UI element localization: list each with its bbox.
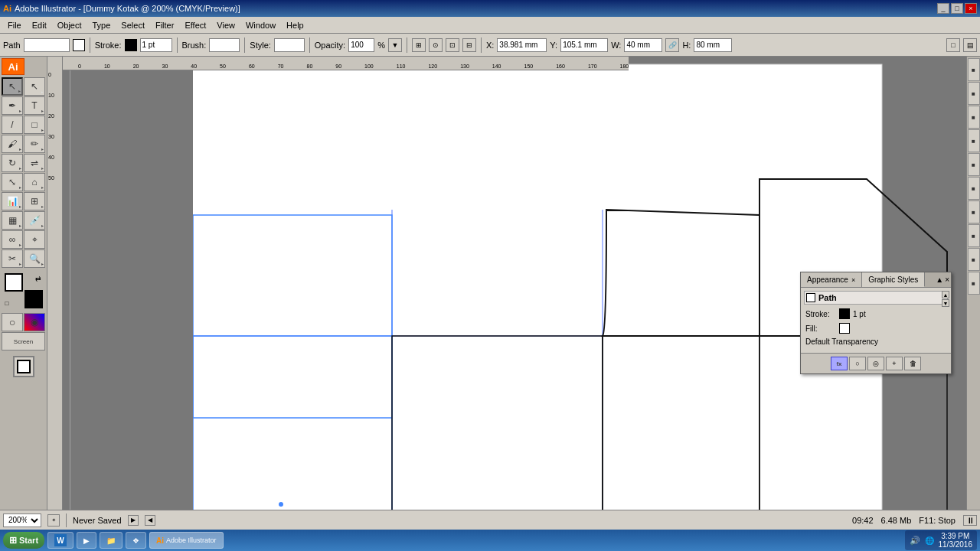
close-button[interactable]: × — [965, 3, 977, 14]
menu-effect[interactable]: Effect — [180, 19, 211, 31]
tab-graphic-styles[interactable]: Graphic Styles — [862, 272, 925, 287]
menu-help[interactable]: Help — [282, 19, 309, 31]
type-tool[interactable]: T▸ — [24, 96, 45, 115]
menu-filter[interactable]: Filter — [151, 19, 178, 31]
shape-tool[interactable]: ⌂▸ — [24, 173, 45, 191]
none-btn[interactable]: ○ — [2, 313, 23, 331]
right-icon-2[interactable]: ■ — [968, 82, 980, 105]
graph-tool[interactable]: 📊▸ — [2, 192, 23, 210]
panel-btn-circle1[interactable]: ○ — [849, 357, 866, 370]
panel-btn-add[interactable]: + — [886, 357, 903, 370]
right-icon-3[interactable]: ■ — [968, 106, 980, 129]
opacity-btn[interactable]: ▼ — [388, 38, 402, 52]
rect-tool[interactable]: □▸ — [24, 116, 45, 134]
zoom-fit-btn[interactable]: ⌖ — [47, 514, 60, 527]
y-input[interactable] — [560, 38, 608, 52]
fill-box[interactable] — [5, 273, 23, 292]
right-icon-7[interactable]: ■ — [968, 201, 980, 223]
stroke-color-box[interactable] — [125, 39, 137, 51]
right-icon-6[interactable]: ■ — [968, 177, 980, 200]
right-icon-5[interactable]: ■ — [968, 153, 980, 176]
default-colors[interactable]: □ — [5, 300, 9, 307]
eyedropper-tool[interactable]: 💉▸ — [24, 211, 45, 230]
transform-btn4[interactable]: ⊟ — [462, 38, 476, 52]
w-input[interactable] — [624, 38, 662, 52]
taskbar-media[interactable]: ▶ — [77, 532, 96, 549]
paintbrush-tool[interactable]: 🖌▸ — [2, 135, 23, 153]
panel-fill-swatch[interactable] — [839, 323, 850, 334]
menu-view[interactable]: View — [212, 19, 240, 31]
autotrace-tool[interactable]: ⌖ — [24, 230, 45, 249]
mesh-tool[interactable]: ⊞▸ — [24, 192, 45, 210]
scale-tool[interactable]: ⤡▸ — [2, 173, 23, 191]
right-icon-1[interactable]: ■ — [968, 58, 980, 81]
x-input[interactable] — [497, 38, 547, 52]
minimize-button[interactable]: _ — [937, 3, 949, 14]
panel-scroll-up[interactable]: ▲ — [942, 291, 949, 298]
start-label: Start — [19, 536, 38, 545]
panel-collapse-btn[interactable]: ▲ — [936, 276, 943, 284]
mirror-tool[interactable]: ⇌▸ — [24, 154, 45, 172]
restore-button[interactable]: □ — [951, 3, 963, 14]
line-tool[interactable]: / — [2, 116, 23, 134]
color-btn[interactable]: ◉ — [24, 313, 45, 331]
pencil-tool[interactable]: ✏▸ — [24, 135, 45, 153]
taskbar-word[interactable]: W — [47, 532, 74, 549]
start-button[interactable]: ⊞ Start — [3, 532, 44, 549]
volume-icon[interactable]: 🔊 — [910, 536, 920, 546]
status-scroll-left[interactable]: ◀ — [145, 515, 155, 526]
opacity-input[interactable] — [348, 38, 374, 52]
taskbar-illustrator[interactable]: Ai Adobe Illustrator — [149, 532, 224, 549]
panel-scroll-down[interactable]: ▼ — [942, 299, 949, 307]
transform-btn1[interactable]: ⊞ — [412, 38, 426, 52]
status-arrow-btn[interactable]: ▶ — [128, 515, 139, 526]
right-icon-9[interactable]: ■ — [968, 248, 980, 271]
screen-mode-btn[interactable]: Screen — [2, 332, 45, 350]
panel-btn-fx[interactable]: fx — [831, 357, 848, 370]
taskbar-files[interactable]: 📁 — [100, 532, 122, 549]
zoom-tool[interactable]: 🔍▸ — [24, 249, 45, 268]
panel-btn-circle2[interactable]: ◎ — [867, 357, 884, 370]
transform-btn2[interactable]: ⊙ — [429, 38, 443, 52]
menu-file[interactable]: File — [3, 19, 26, 31]
right-icon-4[interactable]: ■ — [968, 129, 980, 152]
stroke-box[interactable] — [24, 290, 43, 308]
style-input[interactable] — [274, 38, 305, 52]
arrange-btn2[interactable]: ▤ — [963, 38, 977, 52]
transform-btn3[interactable]: ⊡ — [446, 38, 459, 52]
fill-color-box[interactable] — [73, 39, 85, 51]
tab-appearance[interactable]: Appearance × — [801, 272, 862, 287]
select-tool[interactable]: ↖▸ — [2, 77, 23, 96]
zoom-dropdown[interactable]: 200% 100% 150% 50% — [3, 514, 41, 527]
pen-tool[interactable]: ✒▸ — [2, 96, 23, 115]
menu-edit[interactable]: Edit — [28, 19, 51, 31]
panel-btn-trash[interactable]: 🗑 — [904, 357, 921, 370]
right-icon-8[interactable]: ■ — [968, 224, 980, 247]
menu-window[interactable]: Window — [241, 19, 280, 31]
panel-stroke-swatch[interactable] — [839, 308, 850, 319]
brush-input[interactable] — [209, 38, 240, 52]
stroke-input[interactable] — [140, 38, 172, 52]
menu-type[interactable]: Type — [88, 19, 116, 31]
rect-display[interactable] — [13, 356, 34, 377]
panel-close-btn[interactable]: × — [945, 276, 949, 284]
direct-select-tool[interactable]: ↖▸ — [24, 77, 45, 96]
h-input[interactable] — [694, 38, 732, 52]
rotate-tool[interactable]: ↻▸ — [2, 154, 23, 172]
right-icon-10[interactable]: ■ — [968, 272, 980, 295]
word-icon: W — [54, 534, 67, 546]
link-btn[interactable]: 🔗 — [665, 38, 679, 52]
close-appearance-tab[interactable]: × — [851, 276, 855, 284]
title-bar-controls[interactable]: _ □ × — [937, 3, 977, 14]
path-input[interactable] — [24, 38, 70, 52]
scissors-tool[interactable]: ✂▸ — [2, 249, 23, 268]
menu-select[interactable]: Select — [116, 19, 149, 31]
arrange-btn1[interactable]: □ — [946, 38, 960, 52]
taskbar-windows[interactable]: ❖ — [126, 532, 146, 549]
swap-fill-stroke[interactable]: ⇄ — [35, 275, 41, 282]
blend-tool[interactable]: ∞▸ — [2, 230, 23, 249]
title-bar-left: Ai Adobe Illustrator - [Dummy Kotak @ 20… — [3, 4, 240, 13]
menu-object[interactable]: Object — [53, 19, 87, 31]
pause-btn[interactable]: ⏸ — [963, 515, 977, 526]
gradient-tool[interactable]: ▦▸ — [2, 211, 23, 230]
